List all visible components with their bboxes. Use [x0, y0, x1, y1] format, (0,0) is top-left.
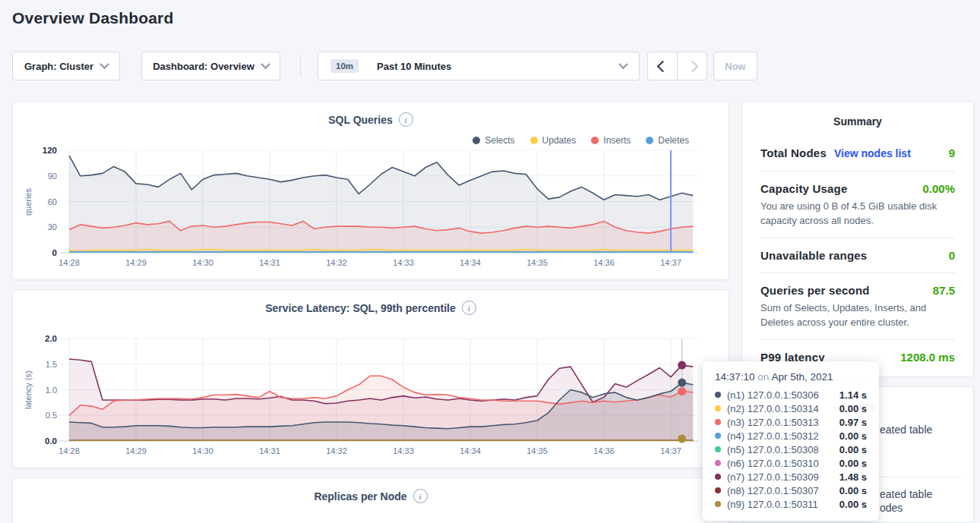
view-nodes-list-link[interactable]: View nodes list — [834, 147, 911, 161]
tooltip-node-row: (n8) 127.0.0.1:503070.00 s — [715, 484, 867, 497]
y-axis-tick-label: 0.0 — [45, 436, 57, 446]
tooltip-date: Apr 5th, 2021 — [771, 371, 833, 383]
legend-item-selects[interactable]: Selects — [473, 135, 514, 146]
replicas-per-node-card: Replicas per Node i — [12, 477, 729, 523]
dashboard-dropdown-label: Dashboard: Overview — [153, 61, 254, 72]
y-axis-tick-label: 2.0 — [45, 333, 57, 344]
capacity-row: Capacity Usage 0.00% — [760, 181, 955, 196]
x-axis-tick-label: 14:36 — [581, 446, 627, 455]
y-axis-tick-label: 0.5 — [46, 410, 57, 421]
legend-item-inserts[interactable]: Inserts — [591, 135, 631, 146]
tooltip-time: 14:37:10 — [715, 371, 755, 383]
tooltip-node-value: 1.14 s — [839, 389, 867, 401]
replicas-chart-title: Replicas per Node — [314, 490, 406, 503]
x-axis-tick-label: 14:28 — [46, 258, 92, 267]
y-axis-tick-label: 90 — [48, 171, 57, 181]
legend-label: Updates — [542, 135, 577, 146]
tooltip-node-address: (n4) 127.0.0.1:50312 — [727, 430, 833, 442]
x-axis-tick-label: 14:34 — [447, 258, 493, 267]
series-dot-icon — [715, 474, 721, 480]
chevron-right-icon — [686, 60, 698, 72]
p99-latency-value: 1208.0 ms — [900, 350, 955, 364]
unavailable-ranges-label: Unavailable ranges — [760, 248, 867, 263]
y-axis-ticks: 0306090120 — [13, 150, 57, 253]
series-dot-icon — [715, 460, 721, 466]
legend-item-updates[interactable]: Updates — [530, 135, 577, 146]
x-axis-tick-label: 14:34 — [447, 446, 493, 455]
service-latency-chart[interactable] — [60, 339, 698, 441]
x-axis-tick-label: 14:29 — [113, 258, 159, 267]
info-icon[interactable]: i — [399, 112, 413, 127]
y-axis-tick-label: 0 — [52, 247, 57, 258]
legend-label: Inserts — [603, 135, 631, 146]
x-axis-tick-label: 14:35 — [514, 446, 560, 455]
x-axis-tick-label: 14:31 — [247, 446, 292, 455]
series-dot-icon — [715, 487, 721, 493]
chevron-left-icon — [656, 60, 669, 72]
page-title: Overview Dashboard — [12, 9, 174, 27]
summary-title: Summary — [760, 115, 955, 128]
dashboard-dropdown[interactable]: Dashboard: Overview — [141, 52, 280, 80]
legend-label: Deletes — [658, 135, 689, 146]
legend-dot-icon — [591, 137, 599, 144]
sql-queries-card: SQL Queries i SelectsUpdatesInsertsDelet… — [12, 101, 729, 280]
event-item-fragment[interactable]: odes — [880, 502, 903, 514]
x-axis-tick-label: 14:37 — [648, 258, 694, 267]
summary-panel: Summary Total Nodes View nodes list 9 Ca… — [741, 101, 974, 377]
toolbar-divider — [300, 55, 301, 77]
event-item-fragment[interactable]: eated table — [880, 488, 932, 500]
sql-queries-legend: SelectsUpdatesInsertsDeletes — [473, 135, 689, 146]
time-prev-button[interactable] — [647, 52, 678, 80]
chevron-down-icon — [618, 59, 628, 69]
legend-dot-icon — [646, 137, 653, 144]
tooltip-node-value: 0.00 s — [839, 458, 867, 469]
qps-description: Sum of Selects, Updates, Inserts, and De… — [760, 301, 955, 329]
y-axis-tick-label: 120 — [43, 145, 57, 156]
legend-label: Selects — [485, 135, 514, 146]
event-item-fragment[interactable]: eated table — [880, 424, 932, 436]
tooltip-node-value: 1.48 s — [839, 471, 867, 483]
tooltip-node-row: (n2) 127.0.0.1:503140.00 s — [715, 402, 867, 415]
x-axis-tick-label: 14:28 — [46, 446, 92, 455]
unavailable-ranges-value: 0 — [949, 248, 955, 263]
total-nodes-label: Total Nodes — [760, 146, 827, 160]
y-axis-ticks: 0.00.51.01.52.0 — [13, 339, 57, 441]
qps-value: 87.5 — [933, 283, 955, 298]
tooltip-node-address: (n6) 127.0.0.1:50310 — [727, 458, 833, 469]
total-nodes-value: 9 — [949, 146, 955, 160]
legend-item-deletes[interactable]: Deletes — [646, 135, 689, 146]
info-icon[interactable]: i — [462, 301, 476, 315]
chart-title-row: SQL Queries i — [13, 112, 729, 127]
time-range-label: Past 10 Minutes — [377, 61, 451, 72]
tooltip-node-value: 0.00 s — [839, 499, 867, 510]
service-latency-chart-title: Service Latency: SQL, 99th percentile — [265, 302, 456, 314]
tooltip-node-value: 0.00 s — [839, 485, 867, 496]
tooltip-node-address: (n1) 127.0.0.1:50306 — [727, 389, 833, 401]
x-axis-tick-label: 14:30 — [180, 446, 226, 455]
tooltip-node-value: 0.00 s — [839, 403, 867, 414]
chevron-down-icon — [261, 59, 270, 69]
x-axis-tick-label: 14:29 — [113, 446, 159, 455]
summary-divider — [760, 171, 955, 172]
summary-divider — [760, 238, 955, 238]
now-button[interactable]: Now — [713, 52, 757, 80]
capacity-description: You are using 0 B of 4.5 GiB usable disk… — [760, 199, 955, 228]
graph-dropdown[interactable]: Graph: Cluster — [12, 52, 120, 80]
service-latency-card: Service Latency: SQL, 99th percentile i … — [12, 289, 729, 468]
tooltip-node-row: (n9) 127.0.0.1:503110.00 s — [715, 497, 867, 511]
chevron-down-icon — [100, 59, 109, 69]
chart-title-row: Replicas per Node i — [13, 489, 729, 503]
time-range-selector[interactable]: 10m Past 10 Minutes — [318, 52, 640, 80]
tooltip-node-row: (n1) 127.0.0.1:503061.14 s — [715, 388, 867, 402]
info-icon[interactable]: i — [413, 489, 428, 503]
tooltip-node-row: (n4) 127.0.0.1:503120.00 s — [715, 429, 867, 443]
series-dot-icon — [715, 392, 721, 398]
x-axis-tick-label: 14:37 — [648, 446, 694, 455]
tooltip-node-address: (n2) 127.0.0.1:50314 — [727, 403, 833, 414]
series-dot-icon — [715, 501, 721, 507]
unavailable-ranges-row: Unavailable ranges 0 — [760, 248, 955, 263]
sql-queries-chart[interactable] — [60, 150, 698, 253]
x-axis-tick-label: 14:33 — [381, 446, 426, 455]
time-next-button[interactable] — [677, 52, 707, 80]
tooltip-on-word: on — [757, 371, 769, 383]
